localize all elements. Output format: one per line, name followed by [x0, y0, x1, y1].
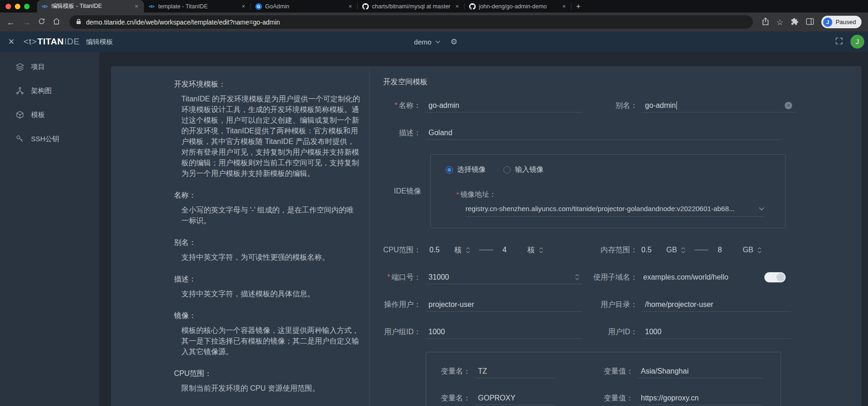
group-id-label: 用户组ID： — [383, 327, 421, 337]
ide-image-group: 选择镜像 输入镜像 镜像地址： registry.cn-shenzhen.ali… — [430, 154, 786, 228]
site-info-lock-icon[interactable] — [76, 18, 81, 26]
sidebar-item-label: 架构图 — [31, 87, 52, 95]
stepper-icon[interactable] — [575, 274, 579, 280]
clear-input-icon[interactable] — [785, 102, 792, 109]
user-dir-input[interactable]: /home/projector-user — [642, 298, 791, 312]
user-dir-value: /home/projector-user — [645, 300, 713, 309]
text-caret — [676, 101, 677, 110]
env-name-input[interactable]: TZ — [475, 364, 555, 378]
sidebar-item-architecture[interactable]: 架构图 — [0, 79, 99, 103]
profile-paused-button[interactable]: J Paused — [821, 16, 862, 28]
radio-input-image[interactable]: 输入镜像 — [503, 165, 544, 175]
address-bar[interactable]: demo.titanide.cn/ide/web/workspace/templ… — [69, 15, 753, 29]
forward-button[interactable] — [22, 18, 31, 26]
range-dash — [694, 250, 708, 250]
cpu-max-input[interactable]: 4 — [502, 246, 520, 254]
fullscreen-icon[interactable] — [835, 37, 843, 47]
name-input[interactable]: go-admin — [426, 99, 582, 112]
doc-section: 开发环境模板： TitanIDE 的开发环境模板是为用户提供一个可定制化的环境模… — [174, 79, 361, 179]
env-value-input[interactable]: Asia/Shanghai — [638, 364, 762, 378]
tab-close-icon[interactable] — [347, 3, 353, 10]
doc-section: 镜像： 模板的核心为一个容器镜像，这里提供两种输入方式，其一是下拉选择已有模板的… — [174, 310, 361, 357]
cpu-min-unit: 核 — [454, 245, 462, 255]
tab-close-icon[interactable] — [561, 3, 567, 10]
memory-max-input[interactable]: 8 — [718, 246, 735, 254]
reload-button[interactable] — [38, 18, 45, 26]
side-panel-icon[interactable] — [806, 18, 814, 26]
op-user-input[interactable]: projector-user — [426, 298, 582, 312]
env-value-value: https://goproxy.cn — [641, 394, 699, 402]
tab-github-mysql[interactable]: charts/bitnami/mysql at master — [358, 0, 465, 12]
close-window-button[interactable] — [6, 4, 11, 9]
port-input[interactable]: 31000 — [426, 270, 582, 284]
zoom-window-button[interactable] — [24, 4, 30, 9]
tab-close-icon[interactable] — [240, 3, 247, 10]
stepper-icon[interactable] — [757, 247, 762, 253]
tab-goadmin[interactable]: G GoAdmin — [251, 0, 358, 12]
group-id-input[interactable]: 1000 — [426, 325, 582, 339]
new-tab-button[interactable] — [576, 2, 581, 11]
titanide-favicon-icon: <t> — [41, 3, 48, 10]
memory-range-label: 内存范围： — [582, 245, 638, 255]
header-right: J — [835, 35, 860, 49]
titanide-favicon-icon: <t> — [148, 3, 155, 10]
name-label: 名称： — [383, 101, 421, 111]
name-value: go-admin — [428, 101, 459, 110]
tab-title: GoAdmin — [265, 3, 344, 10]
env-value-label: 变量值： — [603, 367, 633, 376]
home-button[interactable] — [53, 18, 60, 26]
template-help-docs: 开发环境模板： TitanIDE 的开发环境模板是为用户提供一个可定制化的环境模… — [174, 79, 361, 394]
sidebar-item-templates[interactable]: 模板 — [0, 103, 99, 127]
env-value-input[interactable]: https://goproxy.cn — [638, 391, 762, 405]
op-user-label: 操作用户： — [383, 300, 421, 310]
subdomain-toggle[interactable] — [764, 272, 786, 282]
description-input[interactable]: Goland — [426, 126, 781, 140]
key-icon — [16, 135, 24, 143]
browser-toolbar: demo.titanide.cn/ide/web/workspace/templ… — [0, 12, 868, 31]
user-avatar[interactable]: J — [850, 35, 864, 49]
image-address-select[interactable]: registry.cn-shenzhen.aliyuncs.com/titani… — [465, 201, 764, 217]
chevron-down-icon — [759, 207, 764, 211]
bookmark-star-icon[interactable] — [776, 18, 783, 26]
alias-value: go-admin — [645, 101, 676, 110]
tab-github-go-admin-demo[interactable]: john-deng/go-admin-demo — [465, 0, 571, 12]
stepper-icon[interactable] — [539, 247, 543, 253]
subdomain-value: examples.com/world/hello — [643, 273, 728, 281]
template-cube-icon — [16, 111, 24, 119]
tab-edit-template[interactable]: <t> 编辑模板 - TitanIDE — [37, 0, 144, 12]
memory-min-input[interactable]: 0.5 — [641, 246, 659, 254]
layers-icon — [16, 62, 24, 71]
stepper-icon[interactable] — [466, 247, 470, 253]
op-user-value: projector-user — [428, 300, 474, 309]
tab-close-icon[interactable] — [454, 3, 460, 10]
sidebar-item-ssh-keys[interactable]: SSH公钥 — [0, 127, 99, 151]
tab-template[interactable]: <t> template - TitanIDE — [144, 0, 251, 12]
share-icon[interactable] — [762, 18, 769, 27]
extensions-puzzle-icon[interactable] — [791, 18, 799, 27]
close-editor-icon[interactable] — [8, 37, 14, 47]
doc-heading: 名称： — [174, 190, 361, 200]
description-label: 描述： — [383, 128, 421, 138]
image-source-radios: 选择镜像 输入镜像 — [446, 165, 544, 175]
user-id-input[interactable]: 1000 — [642, 325, 791, 339]
alias-input[interactable]: go-admin — [642, 99, 795, 112]
cpu-range-inputs: 0.5 核 4 核 — [426, 245, 582, 255]
architecture-graph-icon — [16, 87, 24, 95]
doc-section: 描述： 支持中英文字符，描述模板的具体信息。 — [174, 274, 361, 299]
tab-close-icon[interactable] — [133, 3, 140, 10]
minimize-window-button[interactable] — [15, 4, 20, 9]
back-button[interactable] — [6, 18, 15, 26]
memory-max-unit: GB — [743, 246, 753, 254]
browser-window: <t> 编辑模板 - TitanIDE <t> template - Titan… — [0, 0, 868, 406]
env-name-input[interactable]: GOPROXY — [475, 391, 555, 405]
user-dir-label: 用户目录： — [582, 300, 638, 310]
stepper-icon[interactable] — [681, 247, 685, 253]
sidebar-item-label: SSH公钥 — [31, 135, 59, 144]
sidebar-item-projects[interactable]: 项目 — [0, 55, 99, 79]
workspace-selector[interactable]: demo — [414, 38, 440, 46]
radio-select-image[interactable]: 选择镜像 — [446, 165, 486, 175]
ide-image-label: IDE镜像 — [383, 187, 421, 196]
image-address-label: 镜像地址： — [456, 190, 496, 200]
settings-gear-icon[interactable] — [450, 37, 457, 47]
cpu-min-input[interactable]: 0.5 — [429, 246, 447, 254]
